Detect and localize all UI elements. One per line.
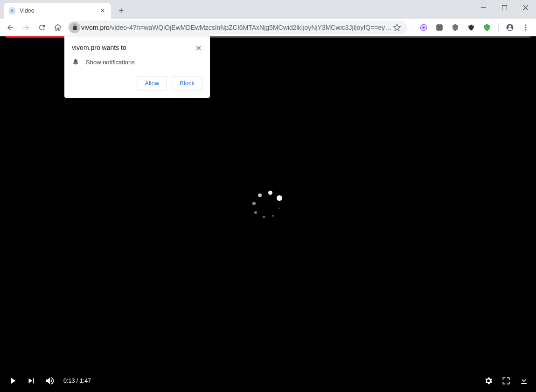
- url-domain: vivom.pro: [81, 24, 110, 31]
- extension-icon-2[interactable]: [433, 21, 446, 34]
- tab-favicon-icon: [8, 7, 16, 14]
- svg-point-11: [525, 27, 527, 28]
- extension-icon-1[interactable]: [417, 21, 430, 34]
- svg-point-9: [508, 25, 511, 28]
- allow-button[interactable]: Allow: [137, 76, 167, 90]
- extension-icon-3[interactable]: [449, 21, 462, 34]
- browser-toolbar: vivom.pro /video-4?h=waWQiOjEwMDEwMzcsIn…: [0, 19, 536, 36]
- svg-point-10: [525, 24, 527, 26]
- toolbar-separator: [412, 23, 412, 32]
- permission-text: Show notifications: [86, 59, 135, 66]
- svg-rect-3: [502, 5, 507, 10]
- address-bar[interactable]: vivom.pro /video-4?h=waWQiOjEwMDEwMzcsIn…: [67, 21, 407, 34]
- video-time: 0:13 / 1:47: [63, 378, 91, 384]
- avatar-icon: [506, 23, 514, 32]
- back-button[interactable]: [4, 21, 17, 34]
- svg-point-12: [525, 29, 527, 30]
- url-path: /video-4?h=waWQiOjEwMDEwMzcsInNpZCI6MTAx…: [110, 24, 392, 31]
- loading-spinner-icon: [250, 189, 287, 226]
- notification-permission-dialog: vivom.pro wants to ✕ Show notifications …: [64, 36, 210, 98]
- bell-icon: [72, 58, 79, 67]
- menu-button[interactable]: [519, 21, 532, 34]
- star-icon: [393, 23, 401, 32]
- browser-tab[interactable]: Video ✕: [4, 3, 111, 19]
- download-icon: [519, 376, 529, 385]
- settings-button[interactable]: [484, 376, 493, 385]
- download-button[interactable]: [519, 376, 529, 385]
- permission-title: vivom.pro wants to: [72, 44, 126, 51]
- close-window-button[interactable]: [515, 0, 536, 15]
- minimize-button[interactable]: [473, 0, 494, 15]
- play-button[interactable]: [7, 376, 18, 386]
- svg-point-1: [11, 9, 13, 12]
- maximize-button[interactable]: [494, 0, 515, 15]
- tab-title: Video: [20, 7, 99, 14]
- close-tab-icon[interactable]: ✕: [99, 7, 106, 14]
- profile-button[interactable]: [503, 21, 516, 34]
- next-button[interactable]: [26, 376, 36, 386]
- fullscreen-icon: [501, 376, 511, 385]
- play-icon: [7, 376, 18, 386]
- extension-icon-4[interactable]: [465, 21, 478, 34]
- svg-rect-6: [436, 24, 443, 31]
- volume-icon: [45, 376, 55, 386]
- extension-icon-5[interactable]: [480, 21, 494, 34]
- next-icon: [26, 376, 36, 386]
- window-controls: [473, 0, 536, 15]
- bookmark-button[interactable]: [392, 23, 402, 32]
- block-button[interactable]: Block: [172, 76, 202, 90]
- toolbar-separator: [498, 23, 499, 32]
- svg-point-5: [422, 26, 425, 28]
- video-controls: 0:13 / 1:47: [0, 370, 536, 392]
- new-tab-button[interactable]: +: [115, 4, 128, 17]
- permission-close-button[interactable]: ✕: [194, 44, 202, 52]
- kebab-icon: [522, 23, 530, 32]
- forward-button[interactable]: [20, 21, 33, 34]
- fullscreen-button[interactable]: [501, 376, 511, 385]
- home-button[interactable]: [51, 21, 64, 34]
- lock-icon: [72, 24, 78, 30]
- svg-rect-2: [481, 7, 486, 8]
- reload-button[interactable]: [35, 21, 49, 34]
- site-info-button[interactable]: [69, 22, 80, 33]
- volume-button[interactable]: [45, 376, 55, 386]
- tab-strip: Video ✕ +: [0, 0, 536, 19]
- gear-icon: [484, 376, 493, 385]
